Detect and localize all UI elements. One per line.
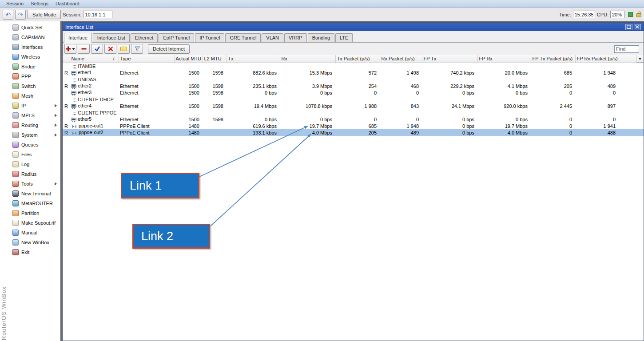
sidebar-item-metarouter[interactable]: MetaROUTER [0, 198, 60, 208]
cell-name: ether3 [70, 89, 119, 96]
sidebar-item-new-terminal[interactable]: New Terminal [0, 189, 60, 198]
sidebar-item-switch[interactable]: Switch [0, 81, 60, 91]
interface-row-ether3[interactable]: ether3Ethernet150015980 bps0 bps000 bps0… [63, 89, 644, 96]
col-fp-rx[interactable]: FP Rx [477, 55, 531, 63]
sidebar-item-capsman[interactable]: CAPsMAN [0, 32, 60, 42]
col-tx[interactable]: Tx [227, 55, 280, 63]
sidebar-item-ppp[interactable]: PPP [0, 71, 60, 81]
tab-vrrp[interactable]: VRRP [284, 33, 307, 42]
sidebar-item-new-winbox[interactable]: New WinBox [0, 238, 60, 247]
comment-row[interactable]: ;;; UNIDAS [63, 76, 644, 83]
col-actual-mtu[interactable]: Actual MTU [174, 55, 203, 63]
column-label: FP Rx [479, 56, 493, 61]
cell-actual_mtu: 1480 [174, 129, 203, 136]
interface-row-pppoe-out2[interactable]: Rpppoe-out2PPPoE Client1480193.1 kbps4.0… [63, 129, 644, 136]
sidebar-item-ip[interactable]: IP [0, 101, 60, 111]
sidebar-item-label: Files [21, 152, 32, 157]
comment-button[interactable] [118, 44, 130, 54]
comment-row[interactable]: ;;; ITAMBE [63, 63, 644, 69]
tab-interface-list[interactable]: Interface List [93, 33, 130, 42]
cell-tx_pps: 254 [335, 83, 380, 89]
interface-row-ether4[interactable]: Rether4Ethernet1500159819.4 Mbps1078.8 k… [63, 103, 644, 109]
cell-comment: ;;; CLIENTE DHCP [70, 96, 644, 103]
interface-row-pppoe-out1[interactable]: Rpppoe-out1PPPoE Client1480619.6 kbps19.… [63, 123, 644, 129]
tab-lte[interactable]: LTE [335, 33, 353, 42]
sidebar-item-label: Interfaces [21, 44, 43, 50]
find-input[interactable] [614, 45, 639, 53]
tab-interface[interactable]: Interface [64, 33, 92, 43]
sidebar-item-routing[interactable]: Routing [0, 120, 60, 130]
sidebar-item-tools[interactable]: Tools [0, 179, 60, 189]
sidebar-item-mesh[interactable]: Mesh [0, 91, 60, 101]
col-name[interactable]: Name/ [70, 55, 119, 63]
safe-mode-button[interactable]: Safe Mode [28, 10, 61, 19]
cell-fp_tx_pps: 685 [531, 69, 575, 76]
enable-button[interactable] [91, 44, 103, 54]
tab-ip-tunnel[interactable]: IP Tunnel [195, 33, 224, 42]
cell-l2_mtu: 1598 [203, 69, 227, 76]
cell-fp_tx: 0 bps [422, 129, 477, 136]
sidebar-item-label: MPLS [21, 113, 35, 118]
sidebar-item-interfaces[interactable]: Interfaces [0, 42, 60, 52]
comment-row[interactable]: ;;; CLIENTE DHCP [63, 96, 644, 103]
maximize-button[interactable] [625, 24, 632, 30]
cell-rx_pps: 843 [380, 103, 422, 109]
cell-fp_rx_pps: 489 [575, 83, 619, 89]
interface-row-ether2[interactable]: Rether2Ethernet15001598235.1 kbps3.9 Mbp… [63, 83, 644, 89]
comment-row[interactable]: ;;; CLIENTE PPPOE [63, 109, 644, 116]
sidebar-item-make-supout-rif[interactable]: Make Supout.rif [0, 218, 60, 228]
sidebar-item-partition[interactable]: Partition [0, 208, 60, 218]
tab-gre-tunnel[interactable]: GRE Tunnel [225, 33, 261, 42]
add-button[interactable] [64, 44, 76, 54]
sidebar-item-files[interactable]: Files [0, 150, 60, 159]
sidebar-item-radius[interactable]: Radius [0, 169, 60, 179]
cell-comment: ;;; UNIDAS [70, 76, 644, 83]
routing-icon [12, 122, 19, 128]
tab-bonding[interactable]: Bonding [308, 33, 334, 42]
detect-internet-button[interactable]: Detect Internet [148, 44, 190, 54]
interface-name: ether4 [78, 103, 91, 108]
menu-item-dashboard[interactable]: Dashboard [52, 0, 83, 8]
interface-name: pppoe-out1 [79, 123, 103, 128]
sidebar-item-mpls[interactable]: MPLS [0, 111, 60, 120]
lock-icon [636, 13, 641, 17]
cell-name: pppoe-out2 [70, 129, 119, 136]
col-fp-tx[interactable]: FP Tx [422, 55, 477, 63]
col-fp-rx-packet-p-s[interactable]: FP Rx Packet (p/s) [575, 55, 619, 63]
interface-row-ether1[interactable]: Rether1Ethernet15001598882.6 kbps15.3 Mb… [63, 69, 644, 76]
tab-vlan[interactable]: VLAN [262, 33, 283, 42]
col-rx[interactable]: Rx [280, 55, 335, 63]
menu-item-settings[interactable]: Settings [27, 0, 52, 8]
disable-button[interactable] [104, 44, 116, 54]
interface-row-ether5[interactable]: ether5Ethernet150015980 bps0 bps000 bps0… [63, 116, 644, 123]
window-titlebar[interactable]: Interface List [63, 23, 644, 31]
sidebar-item-manual[interactable]: Manual [0, 228, 60, 238]
col-type[interactable]: Type [119, 55, 174, 63]
col-rx-packet-p-s[interactable]: Rx Packet (p/s) [380, 55, 422, 63]
close-button[interactable] [634, 24, 641, 30]
menu-item-session[interactable]: Session [3, 0, 27, 8]
cpu-label: CPU: [597, 12, 608, 17]
undo-button[interactable]: ↶ [3, 10, 13, 20]
remove-button[interactable] [78, 44, 90, 54]
redo-button[interactable]: ↷ [15, 10, 26, 20]
col-flags[interactable] [63, 55, 70, 63]
column-label: FP Rx Packet (p/s) [577, 56, 618, 61]
sidebar-item-wireless[interactable]: Wireless [0, 52, 60, 62]
session-input[interactable] [83, 11, 112, 18]
col-l2-mtu[interactable]: L2 MTU [203, 55, 227, 63]
tab-ethernet[interactable]: Ethernet [131, 33, 158, 42]
sidebar-item-quick-set[interactable]: Quick Set [0, 23, 60, 32]
sidebar-item-system[interactable]: System [0, 130, 60, 140]
col-fp-tx-packet-p-s[interactable]: FP Tx Packet (p/s) [531, 55, 575, 63]
remove-icon [81, 46, 87, 52]
sidebar-item-bridge[interactable]: Bridge [0, 62, 60, 71]
filter-button[interactable] [131, 44, 143, 54]
column-select-button[interactable] [636, 55, 644, 63]
tab-eoip-tunnel[interactable]: EoIP Tunnel [159, 33, 194, 42]
sidebar-item-exit[interactable]: Exit [0, 247, 60, 257]
sidebar-item-log[interactable]: Log [0, 159, 60, 169]
sidebar-item-queues[interactable]: Queues [0, 140, 60, 150]
files-icon [12, 151, 19, 158]
col-tx-packet-p-s[interactable]: Tx Packet (p/s) [335, 55, 380, 63]
